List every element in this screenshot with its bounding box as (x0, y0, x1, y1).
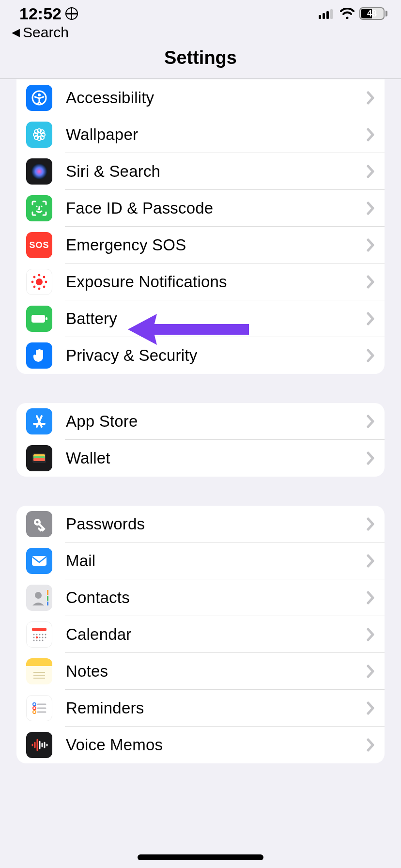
svg-point-36 (35, 592, 42, 599)
svg-rect-39 (47, 602, 48, 605)
svg-point-23 (33, 276, 36, 279)
chevron-right-icon (366, 164, 375, 179)
chevron-right-icon (366, 517, 375, 531)
settings-list[interactable]: Accessibility Wallpaper (0, 79, 401, 868)
svg-point-52 (39, 640, 41, 641)
back-button[interactable]: ◀ Search (12, 24, 69, 41)
svg-rect-3 (330, 9, 333, 19)
row-label: Contacts (66, 589, 366, 607)
globe-icon (65, 7, 78, 20)
sos-icon: SOS (26, 232, 52, 258)
row-privacy[interactable]: Privacy & Security (16, 337, 385, 374)
row-label: App Store (66, 412, 366, 431)
svg-point-46 (33, 637, 35, 638)
svg-point-17 (41, 205, 42, 207)
chevron-right-icon (366, 627, 375, 642)
svg-point-42 (36, 634, 38, 636)
svg-point-47 (39, 637, 41, 638)
row-wallpaper[interactable]: Wallpaper (16, 116, 385, 153)
svg-point-43 (39, 634, 41, 636)
row-mail[interactable]: Mail (16, 542, 385, 579)
svg-point-45 (45, 634, 46, 636)
svg-rect-28 (46, 317, 47, 320)
row-label: Mail (66, 552, 366, 570)
chevron-right-icon (366, 451, 375, 465)
contacts-icon (26, 585, 52, 611)
svg-point-19 (38, 274, 41, 277)
row-appstore[interactable]: App Store (16, 403, 385, 440)
notes-icon (26, 658, 52, 684)
siri-icon (26, 158, 52, 185)
svg-point-44 (42, 634, 44, 636)
svg-point-53 (42, 640, 44, 641)
row-notes[interactable]: Notes (16, 653, 385, 690)
wifi-icon (340, 8, 355, 19)
battery-icon (26, 306, 52, 332)
calendar-icon (26, 621, 52, 648)
row-label: Wallpaper (66, 125, 366, 144)
row-contacts[interactable]: Contacts (16, 579, 385, 616)
svg-point-34 (36, 521, 39, 524)
row-voicememos[interactable]: Voice Memos (16, 727, 385, 763)
row-battery[interactable]: Battery (16, 300, 385, 337)
row-calendar[interactable]: Calendar (16, 616, 385, 653)
row-reminders[interactable]: Reminders (16, 690, 385, 727)
voicememos-icon (26, 732, 52, 758)
svg-rect-35 (32, 556, 46, 566)
row-passwords[interactable]: Passwords (16, 506, 385, 542)
svg-point-41 (33, 634, 35, 636)
svg-point-48 (42, 637, 44, 638)
svg-point-49 (45, 637, 46, 638)
settings-group-store: App Store Wallet (16, 403, 385, 477)
row-label: Accessibility (66, 89, 366, 107)
svg-rect-37 (47, 590, 48, 595)
appstore-icon (26, 408, 52, 434)
home-indicator-redacted (138, 854, 263, 860)
chevron-right-icon (366, 275, 375, 289)
svg-point-54 (36, 636, 38, 638)
svg-rect-2 (326, 11, 329, 19)
row-siri[interactable]: Siri & Search (16, 153, 385, 190)
settings-group-general: Accessibility Wallpaper (16, 79, 385, 374)
chevron-right-icon (366, 738, 375, 752)
accessibility-icon (26, 85, 52, 111)
row-label: Emergency SOS (66, 236, 366, 254)
status-bar: 12:52 (0, 0, 401, 27)
svg-point-20 (38, 288, 41, 290)
svg-point-5 (38, 93, 41, 96)
chevron-right-icon (366, 311, 375, 326)
svg-point-58 (33, 703, 36, 706)
row-label: Reminders (66, 699, 366, 717)
key-icon (26, 511, 52, 537)
svg-point-21 (31, 281, 34, 283)
row-label: Privacy & Security (66, 346, 366, 365)
chevron-right-icon (366, 414, 375, 429)
status-left: 12:52 (19, 4, 78, 23)
svg-point-26 (43, 286, 46, 288)
page-title: Settings (0, 47, 401, 68)
svg-point-60 (33, 711, 36, 713)
svg-point-59 (33, 707, 36, 710)
svg-rect-27 (31, 315, 45, 323)
svg-point-25 (33, 286, 36, 288)
chevron-right-icon (366, 554, 375, 568)
faceid-icon (26, 195, 52, 221)
back-arrow-icon: ◀ (12, 27, 20, 38)
row-accessibility[interactable]: Accessibility (16, 79, 385, 116)
row-label: Voice Memos (66, 736, 366, 754)
row-wallet[interactable]: Wallet (16, 440, 385, 477)
chevron-right-icon (366, 590, 375, 605)
chevron-right-icon (366, 238, 375, 252)
row-sos[interactable]: SOS Emergency SOS (16, 227, 385, 264)
back-label: Search (23, 24, 69, 41)
status-time: 12:52 (19, 4, 62, 23)
chevron-right-icon (366, 664, 375, 679)
reminders-icon (26, 695, 52, 721)
svg-rect-1 (323, 13, 325, 19)
chevron-right-icon (366, 127, 375, 142)
chevron-right-icon (366, 91, 375, 105)
row-label: Battery (66, 310, 366, 328)
row-exposure[interactable]: Exposure Notifications (16, 264, 385, 300)
row-faceid[interactable]: Face ID & Passcode (16, 190, 385, 227)
svg-point-18 (36, 279, 43, 285)
